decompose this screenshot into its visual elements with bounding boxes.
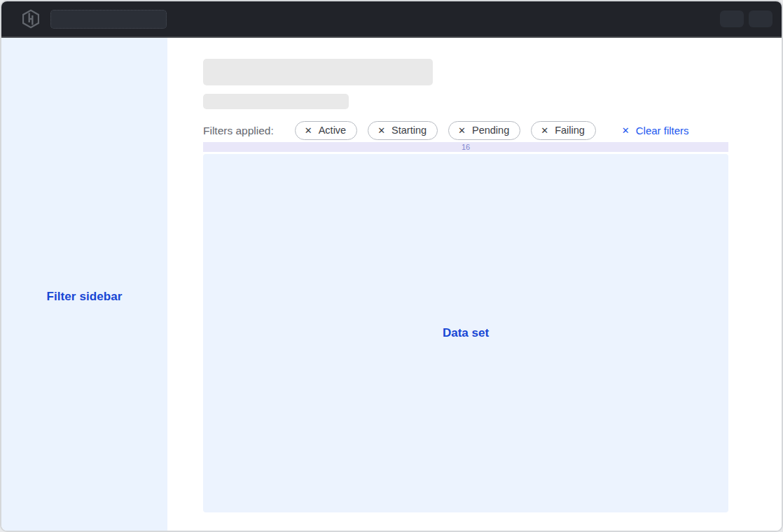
filter-chip-active[interactable]: ✕ Active [295,121,357,140]
filter-chip-starting[interactable]: ✕ Starting [368,121,438,140]
filter-sidebar: Filter sidebar [1,38,167,531]
filters-applied-label: Filters applied: [203,125,274,137]
remove-filter-icon[interactable]: ✕ [541,126,548,135]
nav-button-skeleton-1[interactable] [720,10,744,27]
filter-chip-label: Pending [472,125,509,136]
filter-chip-failing[interactable]: ✕ Failing [531,121,596,140]
app-window: Filter sidebar Filters applied: ✕ Active… [0,0,783,532]
spacing-annotation: 16 [203,142,728,152]
clear-filters-icon[interactable]: ✕ [622,126,630,135]
remove-filter-icon[interactable]: ✕ [377,126,385,135]
data-set-region: Data set [203,154,728,512]
spacing-annotation-value: 16 [462,144,470,151]
filter-chip-list: ✕ Active ✕ Starting ✕ Pending ✕ Failing [295,121,596,140]
clear-filters-button[interactable]: ✕ Clear filters [622,125,689,136]
main-content: Filters applied: ✕ Active ✕ Starting ✕ P… [167,38,782,531]
clear-filters-label: Clear filters [636,125,689,136]
hashicorp-logo-icon [21,9,41,29]
filter-sidebar-label: Filter sidebar [46,290,122,304]
filter-chip-label: Starting [392,125,427,136]
page-title-skeleton [203,59,433,85]
page-subtitle-skeleton [203,94,349,109]
filter-chip-label: Failing [555,125,585,136]
nav-placeholder-skeleton [50,10,167,29]
nav-button-skeleton-2[interactable] [749,10,772,27]
top-nav [1,1,782,38]
filter-chip-pending[interactable]: ✕ Pending [448,121,520,140]
applied-filters-bar: Filters applied: ✕ Active ✕ Starting ✕ P… [203,120,782,141]
filter-chip-label: Active [319,125,347,136]
remove-filter-icon[interactable]: ✕ [458,126,466,135]
remove-filter-icon[interactable]: ✕ [305,126,312,135]
data-set-label: Data set [443,326,489,340]
app-body: Filter sidebar Filters applied: ✕ Active… [1,38,782,531]
